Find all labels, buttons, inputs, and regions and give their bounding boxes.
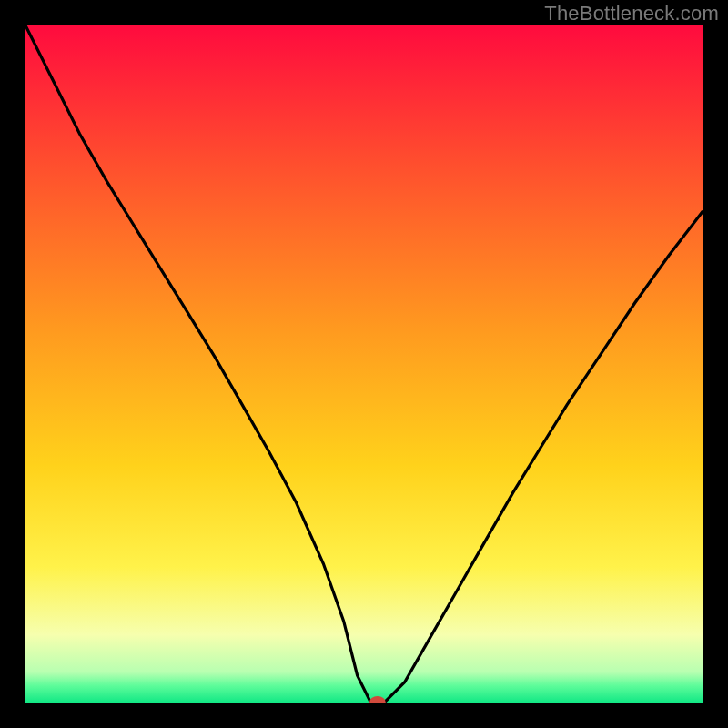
bottleneck-chart [0,0,728,728]
chart-frame: { "watermark": "TheBottleneck.com", "cha… [0,0,728,728]
watermark-text: TheBottleneck.com [544,2,719,25]
optimum-marker [369,696,386,709]
gradient-background [25,25,703,703]
